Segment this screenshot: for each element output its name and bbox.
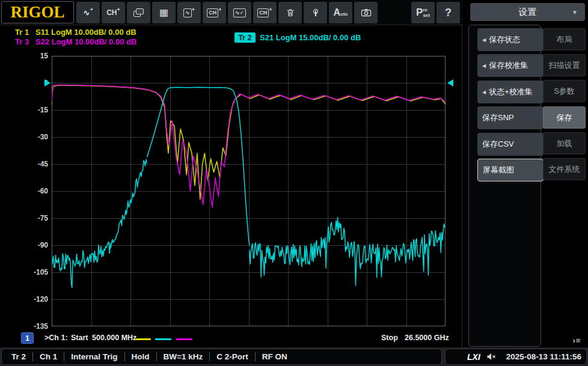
left-arrow-icon: ◀ — [482, 90, 486, 95]
y-axis-tick: -15 — [26, 106, 48, 114]
channel-window-icon: CH — [207, 8, 218, 17]
trace-file-button[interactable]: ∿✓ — [228, 2, 251, 23]
status-trigger: Internal Trig — [64, 352, 117, 361]
reference-level-marker-right[interactable] — [447, 79, 453, 87]
status-if-bandwidth: BW=1 kHz — [156, 352, 203, 361]
add-trace-icon: ∿ — [83, 8, 90, 17]
measure-table-button[interactable]: ▦ — [152, 2, 176, 23]
y-axis-tick: -135 — [26, 322, 48, 331]
reference-level-marker-left[interactable] — [44, 79, 51, 87]
status-calibration: C 2-Port — [209, 352, 248, 361]
y-axis-tick: -45 — [26, 160, 48, 168]
trace-file-icon: ∿✓ — [233, 8, 246, 17]
settings-sidebar: 设置 ▼ ◀保存状态 ◀保存校准集 ◀状态+校准集 保存SNP 保存CSV 屏幕… — [463, 0, 588, 347]
tab-sweep-setup[interactable]: 扫描设置 — [543, 54, 586, 76]
trash-icon — [286, 8, 295, 17]
status-segment-left: Tr 2 Ch 1 Internal Trig Hold BW=1 kHz C … — [1, 349, 442, 365]
y-axis-tick: 15 — [26, 52, 48, 60]
trace3-color-swatch — [176, 338, 192, 340]
status-rf-power: RF ON — [255, 352, 287, 361]
y-axis-tick: -120 — [26, 295, 48, 303]
trace1-color-swatch — [135, 338, 151, 340]
trace2-color-swatch — [155, 338, 171, 340]
stop-freq-value[interactable]: 26.5000 GHz — [405, 334, 449, 342]
menu-item-save-snp[interactable]: 保存SNP — [477, 106, 544, 129]
menu-item-save-csv[interactable]: 保存CSV — [477, 133, 544, 156]
preset-button[interactable]: P reset — [411, 2, 435, 23]
tab-load[interactable]: 加载 — [543, 132, 586, 154]
trace1-label[interactable]: Tr 1 S11 LogM 10.00dB/ 0.00 dB — [15, 28, 136, 37]
touch-icon — [311, 8, 320, 17]
status-sweep-state: Hold — [124, 352, 150, 361]
submenu-panel: ◀保存状态 ◀保存校准集 ◀状态+校准集 保存SNP 保存CSV 屏幕截图 — [468, 25, 541, 347]
plus-icon: + — [117, 7, 120, 13]
tab-layout[interactable]: 布局 — [543, 28, 586, 50]
plus-icon: + — [192, 7, 195, 13]
help-icon: ? — [445, 7, 452, 19]
camera-icon — [361, 8, 372, 17]
start-freq-value[interactable]: 500.000 MHz — [92, 334, 136, 342]
sidebar-expand-icon[interactable]: ›≡ — [569, 334, 585, 346]
plus-icon: + — [269, 7, 272, 13]
start-freq-label: Start — [71, 334, 88, 342]
status-channel: Ch 1 — [32, 352, 57, 361]
add-trace-button[interactable]: ∿+ — [76, 2, 100, 23]
y-axis-tick: -105 — [26, 268, 48, 276]
delete-button[interactable] — [278, 2, 302, 23]
menu-item-save-cal-set[interactable]: ◀保存校准集 — [477, 54, 544, 77]
channel-file-button[interactable]: CH+ — [253, 2, 277, 23]
lxi-logo: LXI — [467, 352, 480, 362]
trace-window-button[interactable]: ∿+ — [177, 2, 201, 23]
speaker-muted-icon — [486, 353, 496, 361]
channel-badge[interactable]: 1 — [21, 332, 34, 344]
datetime: 2025-08-13 11:11:56 — [496, 352, 586, 361]
trace2-label[interactable]: S21 LogM 15.00dB/ 0.00 dB — [260, 33, 361, 42]
screenshot-button[interactable] — [354, 2, 378, 23]
status-active-trace: Tr 2 — [11, 352, 26, 361]
y-axis-tick: -90 — [26, 241, 48, 249]
touch-button[interactable] — [304, 2, 327, 23]
chevron-down-icon: ▼ — [572, 9, 578, 16]
window-layout-button[interactable] — [127, 2, 150, 23]
rigol-logo: RIGOL — [1, 1, 74, 23]
channel-window-button[interactable]: CH+ — [203, 2, 226, 23]
window-stack-icon — [133, 8, 144, 17]
menu-item-state-plus-cal[interactable]: ◀状态+校准集 — [477, 81, 544, 103]
add-channel-icon: CH — [106, 9, 117, 16]
trace2-active-badge[interactable]: Tr 2 — [234, 32, 256, 43]
tab-save[interactable]: 保存 — [543, 106, 586, 129]
status-bar: Tr 2 Ch 1 Internal Trig Hold BW=1 kHz C … — [0, 347, 588, 366]
trace-window-icon: ∿ — [183, 8, 192, 17]
auto-scale-button[interactable]: Auto — [329, 2, 352, 23]
y-axis-tick: -75 — [26, 214, 48, 222]
sparameter-plot — [52, 56, 446, 326]
table-icon: ▦ — [159, 8, 168, 17]
menu-item-save-state[interactable]: ◀保存状态 — [477, 28, 544, 51]
y-axis-tick: -30 — [26, 133, 48, 141]
add-channel-button[interactable]: CH+ — [102, 2, 125, 23]
plus-icon: + — [90, 7, 93, 13]
preset-icon: P — [416, 7, 423, 19]
y-axis-tick: -60 — [26, 187, 48, 195]
status-segment-right: LXI 2025-08-13 11:11:56 — [445, 349, 587, 365]
help-button[interactable]: ? — [436, 2, 460, 23]
channel-file-icon: CH — [257, 8, 269, 17]
left-arrow-icon: ◀ — [482, 37, 486, 43]
plus-icon: + — [218, 7, 221, 13]
channel-label: >Ch 1: — [44, 334, 68, 342]
left-arrow-icon: ◀ — [482, 63, 486, 69]
tab-s-parameters[interactable]: S参数 — [543, 80, 586, 102]
trace3-label[interactable]: Tr 3 S22 LogM 10.00dB/ 0.00 dB — [15, 37, 136, 46]
auto-scale-icon: A — [334, 8, 341, 17]
vna-screen: RIGOL ∿+ CH+ ▦ ∿+ CH+ ∿✓ CH+ — [0, 0, 588, 366]
graph-area: Tr 1 S11 LogM 10.00dB/ 0.00 dB Tr 3 S22 … — [0, 25, 462, 347]
stop-freq-label: Stop — [381, 334, 398, 342]
settings-menu-header[interactable]: 设置 ▼ — [470, 3, 585, 21]
menu-item-screenshot[interactable]: 屏幕截图 — [477, 159, 544, 181]
tab-file-system[interactable]: 文件系统 — [543, 158, 586, 180]
